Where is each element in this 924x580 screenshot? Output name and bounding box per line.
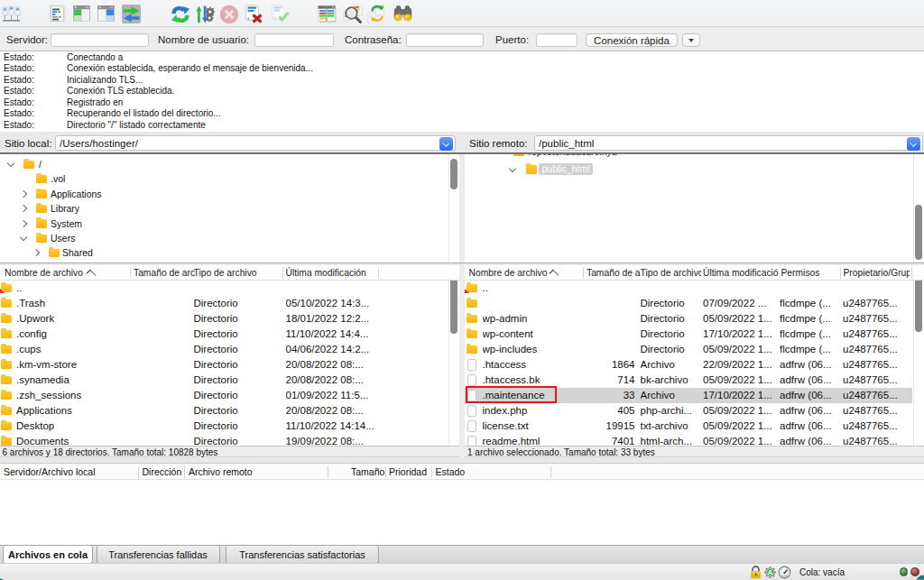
svg-text:A: A — [767, 568, 772, 576]
